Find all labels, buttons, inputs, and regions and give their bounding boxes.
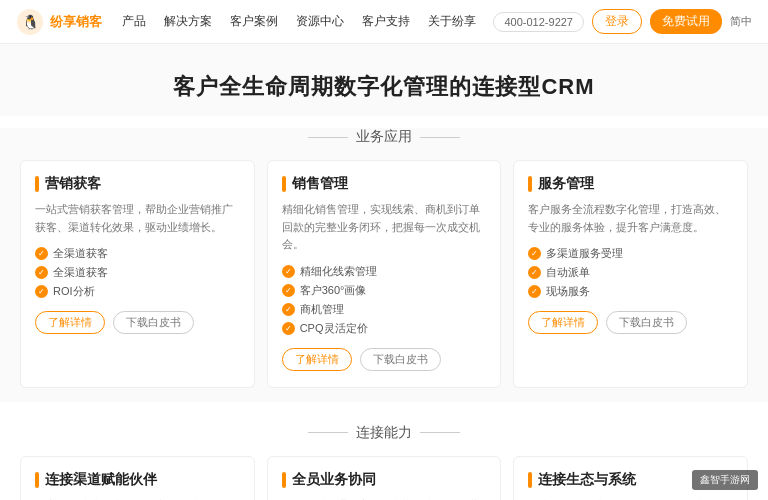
- sales-detail-button[interactable]: 了解详情: [282, 348, 352, 371]
- nav-cases[interactable]: 客户案例: [230, 13, 278, 30]
- svg-text:🐧: 🐧: [22, 14, 40, 31]
- card-channel-header: 连接渠道赋能伙伴: [35, 471, 240, 489]
- card-marketing: 营销获客 一站式营销获客管理，帮助企业营销推广获客、渠道转化效果，驱动业绩增长。…: [20, 160, 255, 388]
- feature-3: ✓ ROI分析: [35, 284, 240, 299]
- hero-section: 客户全生命周期数字化管理的连接型CRM: [0, 44, 768, 116]
- card-collab-title: 全员业务协同: [292, 471, 376, 489]
- check-icon: ✓: [282, 322, 295, 335]
- feature-4: ✓ CPQ灵活定价: [282, 321, 487, 336]
- card-marketing-desc: 一站式营销获客管理，帮助企业营销推广获客、渠道转化效果，驱动业绩增长。: [35, 201, 240, 236]
- card-collab-header: 全员业务协同: [282, 471, 487, 489]
- nav-phone: 400-012-9227: [493, 12, 584, 32]
- nav-about[interactable]: 关于纷享: [428, 13, 476, 30]
- card-service-actions: 了解详情 下载白皮书: [528, 311, 733, 334]
- feature-1: ✓ 精细化线索管理: [282, 264, 487, 279]
- nav-links: 产品 解决方案 客户案例 资源中心 客户支持 关于纷享: [122, 13, 493, 30]
- logo-text: 纷享销客: [50, 13, 102, 31]
- card-bar: [35, 472, 39, 488]
- lang-switcher[interactable]: 简中: [730, 14, 752, 29]
- card-service: 服务管理 客户服务全流程数字化管理，打造高效、专业的服务体验，提升客户满意度。 …: [513, 160, 748, 388]
- feature-3: ✓ 商机管理: [282, 302, 487, 317]
- feature-2: ✓ 客户360°画像: [282, 283, 487, 298]
- card-sales-desc: 精细化销售管理，实现线索、商机到订单回款的完整业务闭环，把握每一次成交机会。: [282, 201, 487, 254]
- check-icon: ✓: [35, 266, 48, 279]
- marketing-whitepaper-button[interactable]: 下载白皮书: [113, 311, 194, 334]
- section1-title: 业务应用: [0, 128, 768, 146]
- section-connect: 连接能力 连接渠道赋能伙伴 数字化连接业务上下游，实现在线订货、客户报备、销售培…: [0, 414, 768, 500]
- card-ecosystem-title: 连接生态与系统: [538, 471, 636, 489]
- card-service-header: 服务管理: [528, 175, 733, 193]
- logo[interactable]: 🐧 纷享销客: [16, 8, 102, 36]
- card-channel: 连接渠道赋能伙伴 数字化连接业务上下游，实现在线订货、客户报备、销售培训等全流程…: [20, 456, 255, 500]
- marketing-detail-button[interactable]: 了解详情: [35, 311, 105, 334]
- check-icon: ✓: [35, 247, 48, 260]
- nav-actions: 400-012-9227 登录 免费试用 简中: [493, 9, 752, 34]
- feature-3: ✓ 现场服务: [528, 284, 733, 299]
- navbar: 🐧 纷享销客 产品 解决方案 客户案例 资源中心 客户支持 关于纷享 400-0…: [0, 0, 768, 44]
- section-business: 业务应用 营销获客 一站式营销获客管理，帮助企业营销推广获客、渠道转化效果，驱动…: [0, 128, 768, 402]
- card-sales-header: 销售管理: [282, 175, 487, 193]
- free-trial-button[interactable]: 免费试用: [650, 9, 722, 34]
- card-ecosystem-header: 连接生态与系统: [528, 471, 733, 489]
- nav-solution[interactable]: 解决方案: [164, 13, 212, 30]
- sales-whitepaper-button[interactable]: 下载白皮书: [360, 348, 441, 371]
- card-bar: [528, 176, 532, 192]
- service-detail-button[interactable]: 了解详情: [528, 311, 598, 334]
- nav-product[interactable]: 产品: [122, 13, 146, 30]
- login-button[interactable]: 登录: [592, 9, 642, 34]
- logo-icon: 🐧: [16, 8, 44, 36]
- check-icon: ✓: [528, 285, 541, 298]
- card-channel-title: 连接渠道赋能伙伴: [45, 471, 157, 489]
- check-icon: ✓: [282, 284, 295, 297]
- section2-cards: 连接渠道赋能伙伴 数字化连接业务上下游，实现在线订货、客户报备、销售培训等全流程…: [0, 456, 768, 500]
- card-marketing-title: 营销获客: [45, 175, 101, 193]
- hero-title: 客户全生命周期数字化管理的连接型CRM: [0, 72, 768, 102]
- card-collab: 全员业务协同 融合即时沟通、审批、考勤打卡、工作薄等一站式办公平台，打造极致高效…: [267, 456, 502, 500]
- section2-title: 连接能力: [0, 414, 768, 442]
- check-icon: ✓: [282, 265, 295, 278]
- check-icon: ✓: [282, 303, 295, 316]
- section1-cards: 营销获客 一站式营销获客管理，帮助企业营销推广获客、渠道转化效果，驱动业绩增长。…: [0, 160, 768, 402]
- card-bar: [282, 472, 286, 488]
- card-marketing-header: 营销获客: [35, 175, 240, 193]
- card-bar: [528, 472, 532, 488]
- nav-support[interactable]: 客户支持: [362, 13, 410, 30]
- card-sales-title: 销售管理: [292, 175, 348, 193]
- card-sales: 销售管理 精细化销售管理，实现线索、商机到订单回款的完整业务闭环，把握每一次成交…: [267, 160, 502, 388]
- service-whitepaper-button[interactable]: 下载白皮书: [606, 311, 687, 334]
- feature-2: ✓ 自动派单: [528, 265, 733, 280]
- card-marketing-actions: 了解详情 下载白皮书: [35, 311, 240, 334]
- card-ecosystem: 连接生态与系统 连接钉钉和企业微信平台，无缝对接ERP系统，构建内外部业务协作数…: [513, 456, 748, 500]
- card-bar: [282, 176, 286, 192]
- feature-1: ✓ 全渠道获客: [35, 246, 240, 261]
- check-icon: ✓: [35, 285, 48, 298]
- feature-1: ✓ 多渠道服务受理: [528, 246, 733, 261]
- nav-resources[interactable]: 资源中心: [296, 13, 344, 30]
- card-sales-actions: 了解详情 下载白皮书: [282, 348, 487, 371]
- card-bar: [35, 176, 39, 192]
- check-icon: ✓: [528, 266, 541, 279]
- card-service-title: 服务管理: [538, 175, 594, 193]
- card-service-desc: 客户服务全流程数字化管理，打造高效、专业的服务体验，提升客户满意度。: [528, 201, 733, 236]
- check-icon: ✓: [528, 247, 541, 260]
- feature-2: ✓ 全渠道获客: [35, 265, 240, 280]
